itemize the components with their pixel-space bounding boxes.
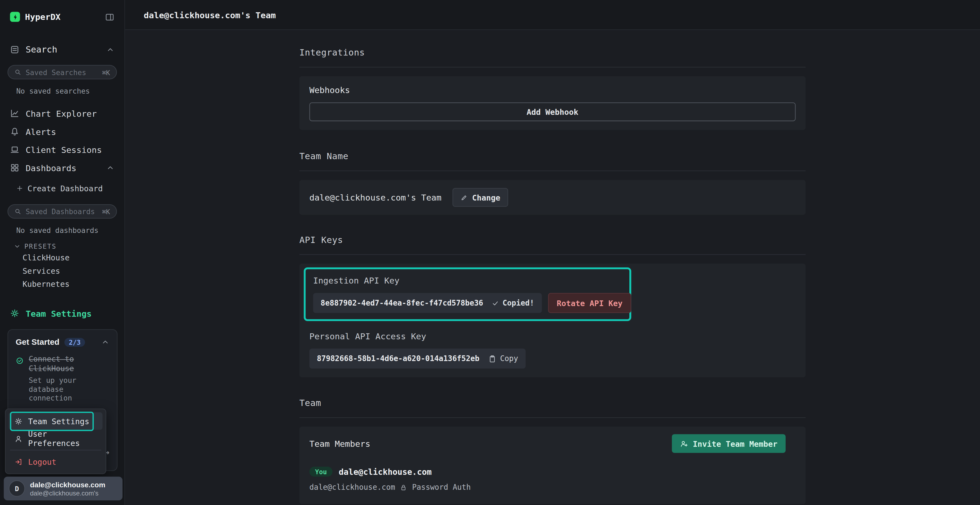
step-title: Connect to ClickHouse <box>29 355 110 373</box>
menu-item-label: Team Settings <box>28 416 89 426</box>
get-started-progress-badge: 2/3 <box>65 338 85 346</box>
menu-item-label: Logout <box>28 457 56 466</box>
saved-searches-placeholder: Saved Searches <box>25 68 86 76</box>
account-menu-popup: Team Settings User Preferences Logout <box>5 409 106 474</box>
page-title: dale@clickhouse.com's Team <box>144 10 276 20</box>
team-settings-label: Team Settings <box>25 308 92 318</box>
search-section-icon <box>10 44 19 54</box>
sidebar: HyperDX Search Saved Searches ⌘K No save… <box>0 0 125 505</box>
laptop-icon <box>10 145 19 154</box>
change-team-name-button[interactable]: Change <box>453 188 509 207</box>
gear-icon <box>14 417 22 425</box>
integrations-heading: Integrations <box>299 48 806 57</box>
add-webhook-button[interactable]: Add Webhook <box>309 103 795 121</box>
team-name-card: dale@clickhouse.com's Team Change <box>299 180 806 215</box>
api-keys-heading: API Keys <box>299 235 806 245</box>
plus-icon <box>16 184 23 191</box>
sidebar-item-dashboards[interactable]: Dashboards <box>0 159 124 177</box>
sidebar-item-team-settings[interactable]: Team Settings <box>0 304 124 322</box>
sidebar-item-label: Chart Explorer <box>25 108 97 118</box>
member-name: dale@clickhouse.com <box>339 467 431 476</box>
section-divider <box>299 418 806 418</box>
hyperdx-logo-icon <box>10 12 20 22</box>
pencil-icon <box>461 194 468 201</box>
section-divider <box>299 67 806 67</box>
team-members-title: Team Members <box>309 438 370 449</box>
check-icon <box>492 300 499 306</box>
copied-label: Copied! <box>503 299 534 307</box>
personal-key-value: 87982668-58b1-4d6e-a620-014a136f52eb <box>317 354 479 363</box>
search-icon <box>14 69 21 76</box>
saved-searches-input[interactable]: Saved Searches ⌘K <box>8 65 117 79</box>
api-keys-card: Ingestion API Key 8e887902-4ed7-44ea-8fe… <box>299 264 806 377</box>
member-email: dale@clickhouse.com <box>309 483 395 492</box>
menu-item-label: User Preferences <box>28 429 97 448</box>
team-name-value: dale@clickhouse.com's Team <box>309 192 441 202</box>
ingestion-key-label: Ingestion API Key <box>313 275 622 286</box>
team-members-card: Team Members Invite Team Member You dale… <box>299 427 806 504</box>
shortcut-badge: ⌘K <box>102 208 110 215</box>
sidebar-collapse-icon[interactable] <box>105 12 115 22</box>
create-dashboard-button[interactable]: Create Dashboard <box>0 181 124 195</box>
account-team: dale@clickhouse.com's <box>30 489 105 497</box>
settings-content: Integrations Webhooks Add Webhook Team N… <box>125 30 980 505</box>
app-window: HyperDX Search Saved Searches ⌘K No save… <box>0 0 980 505</box>
shortcut-badge: ⌘K <box>102 68 110 76</box>
get-started-step[interactable]: Connect to ClickHouse Set up your databa… <box>16 355 109 402</box>
invite-label: Invite Team Member <box>693 439 778 448</box>
team-member-row: You dale@clickhouse.com <box>309 466 795 477</box>
sidebar-item-label: Alerts <box>25 127 56 137</box>
topbar: dale@clickhouse.com's Team <box>125 0 980 30</box>
menu-item-team-settings[interactable]: Team Settings <box>9 412 102 430</box>
ingestion-key-value-box[interactable]: 8e887902-4ed7-44ea-8fec-f47cd578be36 Cop… <box>313 293 542 313</box>
invite-team-member-button[interactable]: Invite Team Member <box>671 434 786 453</box>
search-section-header[interactable]: Search <box>0 43 124 56</box>
menu-divider <box>10 450 101 450</box>
person-plus-icon <box>680 440 688 448</box>
logo-row: HyperDX <box>0 0 124 24</box>
chevron-up-icon[interactable] <box>106 164 115 172</box>
saved-dashboards-input[interactable]: Saved Dashboards ⌘K <box>8 204 117 219</box>
personal-key-label: Personal API Access Key <box>309 331 795 341</box>
sidebar-nav: Chart Explorer Alerts Client Sessions Da… <box>0 104 124 176</box>
preset-services[interactable]: Services <box>0 264 124 277</box>
personal-key-value-box[interactable]: 87982668-58b1-4d6e-a620-014a136f52eb Cop… <box>309 349 525 368</box>
rotate-api-key-button[interactable]: Rotate API Key <box>548 293 631 313</box>
user-icon <box>14 435 22 443</box>
bell-icon <box>10 127 19 136</box>
chevron-down-icon <box>14 243 21 249</box>
grid-icon <box>10 163 19 172</box>
chevron-up-icon[interactable] <box>106 45 115 53</box>
sidebar-item-label: Client Sessions <box>25 145 102 155</box>
gear-icon <box>10 308 19 318</box>
check-circle-icon <box>16 355 24 402</box>
team-name-heading: Team Name <box>299 151 806 161</box>
presets-toggle[interactable]: PRESETS <box>0 241 124 251</box>
lock-icon <box>400 484 407 491</box>
account-row[interactable]: D dale@clickhouse.com dale@clickhouse.co… <box>4 477 123 500</box>
sidebar-item-chart-explorer[interactable]: Chart Explorer <box>0 104 124 122</box>
main-area: dale@clickhouse.com's Team Integrations … <box>125 0 980 505</box>
sidebar-item-client-sessions[interactable]: Client Sessions <box>0 141 124 159</box>
create-dashboard-label: Create Dashboard <box>27 183 103 193</box>
no-saved-searches-text: No saved searches <box>0 87 124 95</box>
preset-kubernetes[interactable]: Kubernetes <box>0 277 124 290</box>
copy-label: Copy <box>500 354 518 363</box>
webhooks-title: Webhooks <box>309 85 795 95</box>
search-section-label: Search <box>25 44 57 54</box>
app-title: HyperDX <box>25 12 61 22</box>
chevron-up-icon[interactable] <box>101 338 110 346</box>
menu-item-user-preferences[interactable]: User Preferences <box>9 430 102 447</box>
logout-icon <box>14 458 22 466</box>
sidebar-item-label: Dashboards <box>25 163 76 173</box>
presets-label: PRESETS <box>24 243 57 250</box>
preset-clickhouse[interactable]: ClickHouse <box>0 251 124 264</box>
change-label: Change <box>472 193 500 202</box>
member-auth-method: Password Auth <box>412 483 471 492</box>
chart-icon <box>10 108 19 118</box>
copy-button[interactable]: Copy <box>488 354 518 363</box>
section-divider <box>299 171 806 171</box>
step-subtitle: Set up your database connection <box>29 376 110 402</box>
sidebar-item-alerts[interactable]: Alerts <box>0 122 124 141</box>
menu-item-logout[interactable]: Logout <box>9 453 102 470</box>
